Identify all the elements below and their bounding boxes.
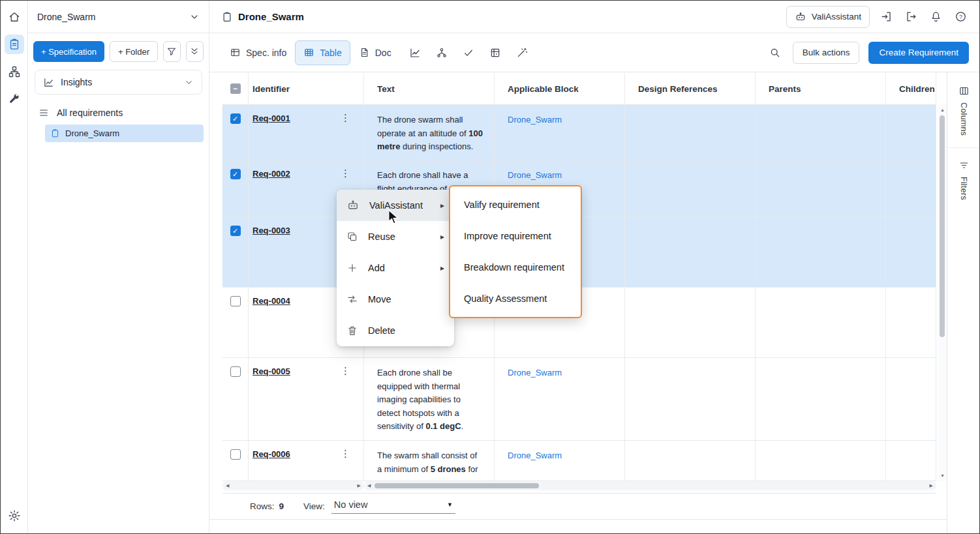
trash-icon	[346, 325, 358, 336]
submenu-arrow-icon: ▸	[440, 201, 444, 210]
scroll-left-arrow[interactable]: ◀	[367, 481, 371, 490]
notifications-icon[interactable]	[927, 8, 944, 25]
requirement-id-link[interactable]: Req-0005	[253, 366, 290, 440]
scroll-down-arrow[interactable]: ▼	[938, 473, 947, 479]
row-checkbox[interactable]: ✓	[230, 169, 241, 179]
submenu-arrow-icon: ▸	[440, 263, 444, 273]
context-menu-item-move[interactable]: Move	[337, 284, 454, 315]
rows-count: 9	[279, 501, 284, 511]
column-header-applicable-block[interactable]: Applicable Block	[495, 73, 625, 104]
column-header-parents[interactable]: Parents	[756, 73, 886, 104]
import-icon[interactable]	[878, 8, 895, 25]
add-folder-button[interactable]: + Folder	[110, 41, 158, 62]
horizontal-scrollbar[interactable]: ◀ ▶	[364, 481, 936, 490]
scroll-up-arrow[interactable]: ▲	[938, 107, 947, 113]
requirement-id-link[interactable]: Req-0004	[253, 296, 290, 357]
row-checkbox[interactable]	[230, 296, 241, 306]
filter-lines-icon	[958, 160, 970, 171]
horizontal-scrollbar-thumb[interactable]	[375, 483, 539, 488]
vertical-scrollbar-thumb[interactable]	[940, 115, 945, 337]
sidebar-item-drone-swarm[interactable]: Drone_Swarm	[45, 125, 204, 142]
requirement-text: Each drone shall be equipped with therma…	[377, 366, 483, 434]
column-header-identifier[interactable]: Identifier	[249, 73, 364, 104]
funnel-icon	[166, 46, 177, 57]
context-menu-item-reuse[interactable]: Reuse ▸	[337, 221, 454, 252]
create-requirement-button[interactable]: Create Requirement	[868, 42, 969, 64]
tab-table[interactable]: Table	[295, 40, 350, 65]
filters-panel-tab[interactable]: Filters	[958, 160, 970, 200]
select-all-checkbox[interactable]: −	[230, 83, 241, 94]
applicable-block-link[interactable]: Drone_Swarm	[508, 170, 562, 180]
sidebar-item-label: Drone_Swarm	[65, 128, 119, 138]
scroll-right-arrow[interactable]: ▶	[358, 481, 361, 490]
robot-icon	[346, 199, 360, 212]
submenu-item-quality-assessment[interactable]: Quality Assessment	[450, 283, 581, 314]
tools-icon[interactable]	[5, 89, 24, 109]
columns-tab-label: Columns	[959, 102, 968, 136]
row-checkbox[interactable]	[230, 366, 241, 377]
applicable-block-link[interactable]: Drone_Swarm	[508, 115, 562, 125]
frozen-pane-scrollbar[interactable]: ◀ ▶	[222, 481, 364, 490]
sidebar: Drone_Swarm + Specification + Folder Ins…	[28, 1, 209, 533]
row-checkbox[interactable]	[230, 449, 241, 460]
requirements-icon[interactable]	[5, 35, 24, 54]
all-requirements-item[interactable]: All requirements	[28, 101, 209, 123]
valiassistant-button[interactable]: ValiAssistant	[786, 6, 870, 28]
requirement-id-link[interactable]: Req-0001	[253, 113, 290, 160]
applicable-block-link[interactable]: Drone_Swarm	[508, 368, 562, 378]
filter-button[interactable]	[163, 41, 181, 62]
hierarchy-icon[interactable]	[436, 47, 448, 59]
columns-panel-tab[interactable]: Columns	[958, 85, 970, 136]
submenu-item-valify-requirement[interactable]: Valify requirement	[450, 189, 581, 220]
scroll-left-arrow[interactable]: ◀	[226, 481, 229, 490]
matrix-icon[interactable]	[489, 47, 501, 59]
row-kebab-icon[interactable]: ⋮	[341, 449, 350, 481]
project-selector-label: Drone_Swarm	[37, 12, 95, 22]
settings-icon[interactable]	[5, 506, 24, 526]
analytics-icon[interactable]	[409, 47, 421, 59]
magic-wand-icon[interactable]	[516, 47, 528, 59]
search-icon[interactable]	[767, 44, 784, 61]
vertical-scrollbar[interactable]: ▲ ▼	[938, 105, 947, 481]
view-select[interactable]: No view ▼	[331, 499, 455, 514]
verification-icon[interactable]	[463, 47, 474, 59]
row-kebab-icon[interactable]: ⋮	[341, 113, 350, 160]
add-specification-button[interactable]: + Specification	[33, 41, 104, 62]
context-menu-item-delete[interactable]: Delete	[337, 315, 454, 346]
project-selector[interactable]: Drone_Swarm	[28, 1, 209, 33]
tab-doc[interactable]: Doc	[350, 40, 400, 65]
column-header-children[interactable]: Children	[886, 73, 936, 104]
help-icon[interactable]: ?	[952, 8, 969, 25]
collapse-all-button[interactable]	[186, 41, 204, 62]
insights-section[interactable]: Insights	[35, 70, 202, 95]
submenu-item-improve-requirement[interactable]: Improve requirement	[450, 220, 581, 252]
row-kebab-icon[interactable]: ⋮	[341, 366, 350, 440]
home-icon[interactable]	[5, 7, 24, 27]
requirement-id-link[interactable]: Req-0006	[253, 449, 290, 481]
components-icon[interactable]	[5, 62, 24, 82]
clipboard-icon	[221, 11, 233, 23]
applicable-block-link[interactable]: Drone_Swarm	[508, 451, 562, 460]
view-select-value: No view	[334, 499, 368, 510]
submenu-item-breakdown-requirement[interactable]: Breakdown requirement	[450, 252, 581, 283]
column-header-text[interactable]: Text	[364, 73, 495, 104]
column-header-design-references[interactable]: Design References	[625, 73, 756, 104]
clipboard-icon	[50, 128, 60, 138]
double-chevron-down-icon	[189, 46, 200, 57]
requirement-id-link[interactable]: Req-0003	[253, 226, 290, 287]
context-menu-item-add[interactable]: Add ▸	[337, 252, 454, 284]
tab-spec-info[interactable]: Spec. info	[221, 40, 295, 65]
table-row: Req-0005⋮Each drone shall be equipped wi…	[222, 358, 936, 441]
row-checkbox[interactable]: ✓	[230, 226, 241, 236]
view-label: View:	[303, 501, 325, 511]
bulk-actions-button[interactable]: Bulk actions	[793, 42, 860, 64]
context-menu-item-valiassistant[interactable]: ValiAssistant ▸	[337, 190, 454, 221]
row-checkbox[interactable]: ✓	[230, 113, 241, 124]
requirement-id-link[interactable]: Req-0002	[253, 169, 290, 216]
requirement-text: The drone swarm shall operate at an alti…	[377, 113, 483, 154]
table-header: − Identifier Text Applicable Block Desig…	[222, 73, 936, 105]
export-icon[interactable]	[902, 8, 919, 25]
scroll-right-arrow[interactable]: ▶	[930, 481, 933, 490]
sidebar-actions: + Specification + Folder	[28, 33, 209, 65]
page-title: Drone_Swarm	[238, 11, 304, 22]
